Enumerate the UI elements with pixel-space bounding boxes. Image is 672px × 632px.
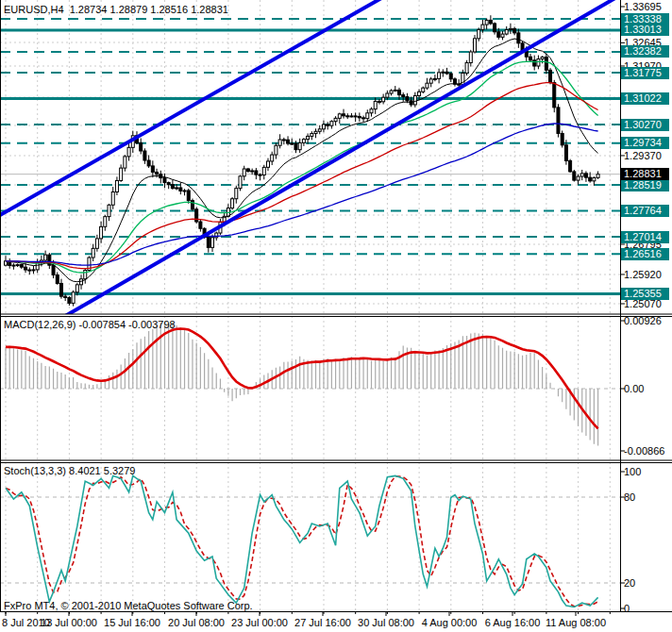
candle-up bbox=[481, 25, 484, 29]
macd-axis-label: 0.00 bbox=[624, 383, 644, 394]
price-level-badge: 1.31022 bbox=[621, 92, 669, 105]
time-axis-label: 4 Aug 00:00 bbox=[417, 617, 481, 628]
price-axis-label: 1.29370 bbox=[624, 150, 662, 161]
candle-up bbox=[366, 113, 369, 119]
stoch-axis-label: 20 bbox=[624, 577, 635, 589]
candle-down bbox=[20, 265, 23, 268]
candle-up bbox=[120, 168, 123, 180]
candle-down bbox=[59, 283, 62, 296]
candle-up bbox=[501, 34, 504, 37]
candle-down bbox=[584, 174, 587, 177]
candle-up bbox=[311, 134, 313, 137]
candle-down bbox=[64, 296, 67, 297]
candle-up bbox=[593, 177, 596, 180]
candle-down bbox=[445, 72, 448, 74]
candle-up bbox=[95, 239, 98, 248]
candle-down bbox=[557, 108, 560, 134]
price-level-badge: 1.32382 bbox=[621, 45, 669, 58]
candle-down bbox=[549, 70, 552, 82]
candle-up bbox=[108, 205, 110, 216]
candle-up bbox=[127, 147, 130, 157]
candle-up bbox=[271, 155, 274, 161]
candle-up bbox=[330, 122, 333, 126]
candle-down bbox=[179, 188, 182, 191]
chart-ohlc-title: EURUSD,H4 1.28734 1.28879 1.28516 1.2883… bbox=[4, 4, 228, 15]
candle-up bbox=[577, 176, 580, 180]
candle-down bbox=[163, 178, 166, 183]
candle-down bbox=[449, 74, 452, 79]
candle-up bbox=[509, 28, 512, 29]
candle-up bbox=[386, 93, 389, 97]
chart-canvas[interactable] bbox=[0, 0, 672, 632]
candle-up bbox=[374, 101, 377, 108]
candle-up bbox=[596, 175, 599, 178]
candle-up bbox=[92, 248, 94, 258]
candle-down bbox=[68, 298, 71, 304]
candle-down bbox=[294, 143, 297, 150]
mt4-chart-window: EURUSD,H4 1.28734 1.28879 1.28516 1.2883… bbox=[0, 0, 672, 632]
macd-indicator-label: MACD(12,26,9) -0.007854 -0.003798 bbox=[4, 319, 176, 330]
stoch-indicator-label: Stoch(13,3,3) 8.4021 5.3279 bbox=[4, 465, 135, 476]
candle-down bbox=[143, 151, 146, 160]
candle-down bbox=[453, 79, 456, 84]
candle-down bbox=[56, 274, 59, 283]
candle-up bbox=[478, 29, 480, 38]
price-level-badge: 1.29734 bbox=[621, 137, 669, 149]
candle-down bbox=[517, 33, 520, 43]
candle-down bbox=[573, 172, 576, 180]
candle-up bbox=[16, 265, 19, 266]
price-level-badge: 1.27014 bbox=[621, 231, 669, 243]
watermark-brand: FxPro MT4, © 2001-2010 MetaQuotes Softwa… bbox=[4, 600, 253, 611]
candle-up bbox=[505, 29, 508, 34]
candle-up bbox=[183, 191, 186, 191]
candle-up bbox=[314, 131, 317, 133]
time-axis-label: 23 Jul 00:00 bbox=[227, 617, 292, 628]
candle-up bbox=[350, 116, 353, 117]
candle-down bbox=[494, 24, 496, 32]
price-level-badge: 1.31775 bbox=[621, 67, 669, 79]
time-axis-label: 20 Jul 08:00 bbox=[164, 617, 228, 628]
candle-down bbox=[171, 185, 174, 189]
candle-down bbox=[346, 116, 349, 117]
candle-up bbox=[235, 189, 238, 199]
time-axis-label: 15 Jul 16:00 bbox=[100, 617, 164, 628]
candle-up bbox=[426, 83, 428, 88]
candle-down bbox=[529, 57, 531, 60]
candle-down bbox=[362, 118, 365, 119]
macd-axis-label: -0.00866 bbox=[624, 445, 664, 457]
price-level-badge: 1.30270 bbox=[621, 119, 669, 131]
price-level-badge: 1.28519 bbox=[621, 179, 669, 191]
candle-down bbox=[156, 172, 159, 174]
candle-up bbox=[474, 39, 477, 52]
candle-up bbox=[485, 20, 488, 25]
candle-up bbox=[465, 63, 468, 74]
candle-up bbox=[338, 114, 341, 119]
candle-up bbox=[239, 176, 242, 189]
candle-down bbox=[52, 265, 55, 274]
candle-down bbox=[187, 191, 190, 201]
price-level-badge: 1.26516 bbox=[621, 248, 669, 260]
candle-up bbox=[243, 169, 245, 176]
candle-up bbox=[262, 167, 265, 175]
stoch-axis-label: 0 bbox=[624, 603, 630, 614]
candle-down bbox=[140, 143, 143, 151]
time-axis-label: 13 Jul 00:00 bbox=[37, 617, 101, 628]
candle-down bbox=[564, 145, 567, 161]
candle-up bbox=[469, 52, 472, 63]
candle-down bbox=[282, 140, 285, 141]
price-axis-label: 1.33695 bbox=[624, 1, 662, 12]
candle-up bbox=[413, 95, 416, 105]
candle-down bbox=[25, 267, 27, 270]
candle-down bbox=[199, 222, 202, 228]
candle-up bbox=[44, 255, 47, 260]
candle-up bbox=[302, 140, 305, 143]
candle-up bbox=[382, 97, 385, 102]
candle-up bbox=[580, 174, 583, 176]
candle-down bbox=[259, 175, 261, 175]
time-axis-label: 11 Aug 08:00 bbox=[544, 617, 608, 628]
candle-down bbox=[402, 95, 405, 97]
candle-up bbox=[124, 157, 126, 168]
candle-down bbox=[553, 83, 556, 108]
candle-down bbox=[151, 166, 154, 173]
candle-down bbox=[343, 114, 345, 116]
